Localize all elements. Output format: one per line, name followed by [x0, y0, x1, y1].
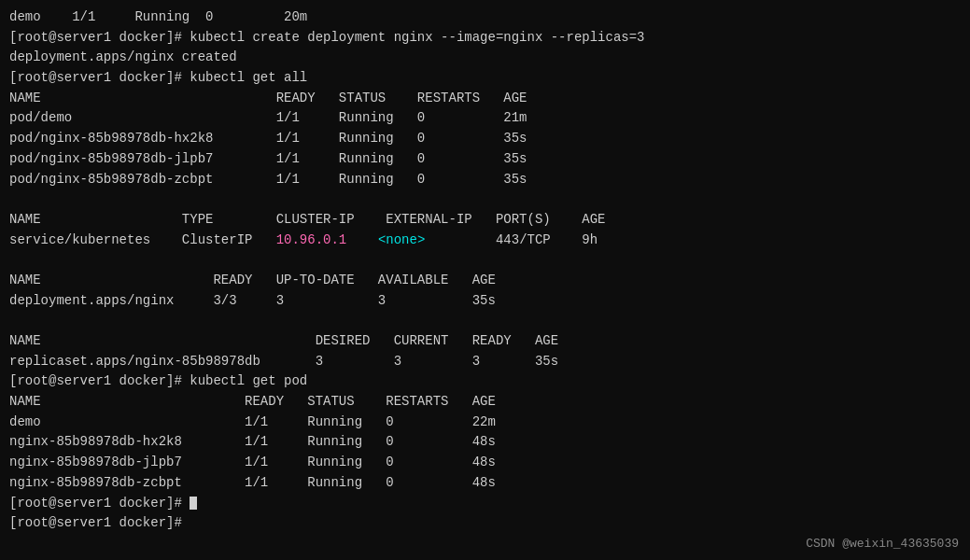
- text-line-23: nginx-85b98978db-jlpb7 1/1 Running 0 48s: [9, 455, 496, 469]
- line-4: [root@server1 docker]# kubectl get all: [9, 68, 961, 89]
- text-line-2: [root@server1 docker]# kubectl create de…: [9, 30, 645, 45]
- line-19: [root@server1 docker]# kubectl get pod: [9, 371, 961, 392]
- text-line-19: [root@server1 docker]# kubectl get pod: [9, 373, 307, 388]
- text-line-12b: [346, 232, 378, 247]
- text-line-17: NAME DESIRED CURRENT READY AGE: [9, 333, 558, 348]
- text-line-6: pod/demo 1/1 Running 0 21m: [9, 110, 527, 125]
- external-ip: <none>: [378, 232, 425, 247]
- text-line-1: demo 1/1 Running 0 20m: [9, 9, 307, 24]
- text-line-14: NAME READY UP-TO-DATE AVAILABLE AGE: [9, 273, 496, 287]
- line-12: service/kubernetes ClusterIP 10.96.0.1 <…: [9, 231, 961, 251]
- text-line-26: [root@server1 docker]#: [9, 515, 182, 530]
- line-1: demo 1/1 Running 0 20m: [9, 7, 961, 28]
- text-line-12a: service/kubernetes ClusterIP: [9, 232, 276, 247]
- terminal: demo 1/1 Running 0 20m [root@server1 doc…: [0, 0, 970, 560]
- text-line-8: pod/nginx-85b98978db-jlpb7 1/1 Running 0…: [9, 151, 527, 166]
- cluster-ip: 10.96.0.1: [276, 232, 347, 247]
- line-8: pod/nginx-85b98978db-jlpb7 1/1 Running 0…: [9, 149, 961, 170]
- text-line-7: pod/nginx-85b98978db-hx2k8 1/1 Running 0…: [9, 131, 527, 146]
- line-11: NAME TYPE CLUSTER-IP EXTERNAL-IP PORT(S)…: [9, 210, 961, 231]
- line-15: deployment.apps/nginx 3/3 3 3 35s: [9, 291, 961, 312]
- text-line-4: [root@server1 docker]# kubectl get all: [9, 70, 307, 85]
- cursor: [190, 497, 197, 510]
- line-25: [root@server1 docker]#: [9, 494, 961, 514]
- text-line-11: NAME TYPE CLUSTER-IP EXTERNAL-IP PORT(S)…: [9, 212, 606, 227]
- blank-2: [9, 250, 961, 271]
- text-line-22: nginx-85b98978db-hx2k8 1/1 Running 0 48s: [9, 434, 496, 449]
- line-23: nginx-85b98978db-jlpb7 1/1 Running 0 48s: [9, 453, 961, 473]
- text-line-15: deployment.apps/nginx 3/3 3 3 35s: [9, 293, 496, 308]
- text-line-24: nginx-85b98978db-zcbpt 1/1 Running 0 48s: [9, 475, 496, 490]
- line-7: pod/nginx-85b98978db-hx2k8 1/1 Running 0…: [9, 129, 961, 149]
- text-line-5: NAME READY STATUS RESTARTS AGE: [9, 91, 527, 105]
- text-line-9: pod/nginx-85b98978db-zcbpt 1/1 Running 0…: [9, 172, 527, 187]
- line-20: NAME READY STATUS RESTARTS AGE: [9, 392, 961, 413]
- line-3: deployment.apps/nginx created: [9, 48, 961, 68]
- line-9: pod/nginx-85b98978db-zcbpt 1/1 Running 0…: [9, 170, 961, 190]
- line-17: NAME DESIRED CURRENT READY AGE: [9, 331, 961, 352]
- blank-3: [9, 311, 961, 331]
- watermark: CSDN @weixin_43635039: [806, 537, 959, 551]
- line-22: nginx-85b98978db-hx2k8 1/1 Running 0 48s: [9, 432, 961, 453]
- line-26: [root@server1 docker]#: [9, 513, 961, 534]
- line-2: [root@server1 docker]# kubectl create de…: [9, 28, 961, 49]
- text-line-18: replicaset.apps/nginx-85b98978db 3 3 3 3…: [9, 354, 558, 369]
- text-line-21: demo 1/1 Running 0 22m: [9, 414, 496, 429]
- text-line-25: [root@server1 docker]#: [9, 496, 197, 511]
- text-line-20: NAME READY STATUS RESTARTS AGE: [9, 394, 496, 409]
- line-21: demo 1/1 Running 0 22m: [9, 413, 961, 433]
- line-18: replicaset.apps/nginx-85b98978db 3 3 3 3…: [9, 352, 961, 372]
- text-line-12c: 443/TCP 9h: [425, 232, 597, 247]
- line-14: NAME READY UP-TO-DATE AVAILABLE AGE: [9, 271, 961, 291]
- blank-1: [9, 189, 961, 210]
- line-5: NAME READY STATUS RESTARTS AGE: [9, 89, 961, 109]
- text-line-3: deployment.apps/nginx created: [9, 49, 237, 64]
- line-6: pod/demo 1/1 Running 0 21m: [9, 108, 961, 129]
- line-24: nginx-85b98978db-zcbpt 1/1 Running 0 48s: [9, 473, 961, 494]
